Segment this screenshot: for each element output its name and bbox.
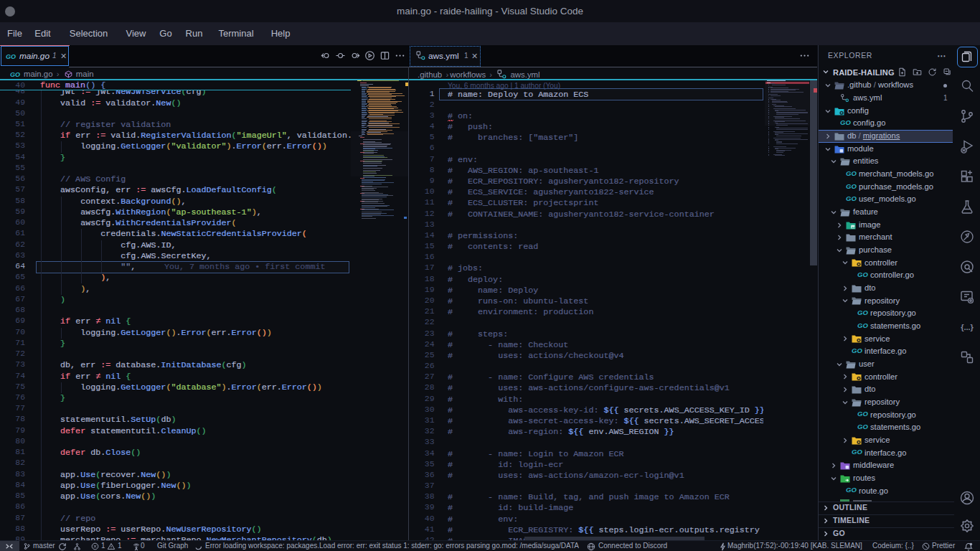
svg-text:GO: GO: [857, 423, 868, 430]
svg-text:GO: GO: [857, 410, 868, 418]
svg-text:GO: GO: [840, 118, 851, 126]
svg-text:GO: GO: [6, 53, 16, 60]
svg-text:GO: GO: [852, 347, 862, 354]
svg-text:GO: GO: [10, 70, 20, 77]
svg-text:{...}: {...}: [961, 323, 974, 331]
svg-text:GO: GO: [846, 169, 857, 177]
svg-text:GO: GO: [857, 321, 868, 329]
svg-text:GO: GO: [857, 309, 868, 316]
svg-text:GO: GO: [857, 270, 868, 278]
svg-text:GO: GO: [846, 182, 857, 190]
svg-text:GO: GO: [852, 448, 862, 456]
svg-text:GO: GO: [846, 486, 857, 494]
svg-text:GO: GO: [846, 194, 857, 202]
